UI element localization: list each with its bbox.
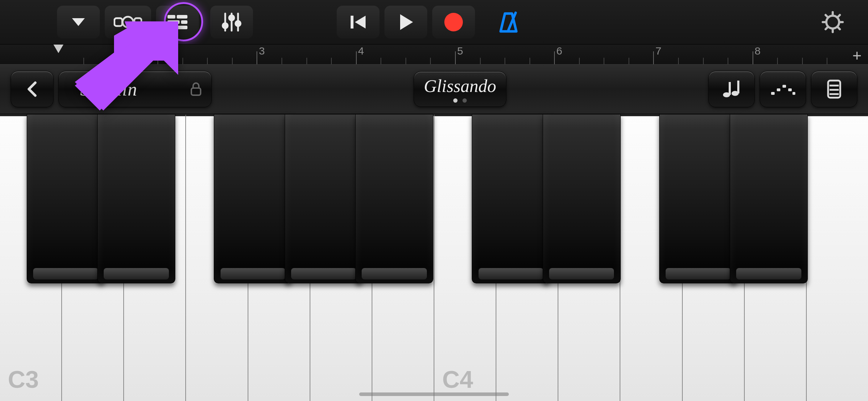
- arpeggiator-icon: [770, 82, 796, 96]
- add-section-button[interactable]: +: [852, 47, 862, 65]
- sustain-button[interactable]: Sustain: [58, 71, 212, 107]
- svg-point-19: [444, 13, 463, 31]
- ruler-beat-tick: [281, 58, 282, 64]
- ruler-beat-tick: [802, 58, 803, 64]
- mode-pager-dots: [453, 98, 467, 103]
- black-key[interactable]: [543, 114, 621, 283]
- ruler-bar-line: [753, 51, 753, 64]
- ruler-bar-number: 7: [655, 45, 661, 57]
- ruler-bar-number: 3: [259, 45, 265, 57]
- metronome-icon: [497, 11, 520, 34]
- svg-point-2: [123, 17, 133, 27]
- metronome-button[interactable]: [491, 6, 526, 38]
- lock-icon: [190, 82, 202, 97]
- ruler-bar-number: 8: [755, 45, 761, 57]
- black-key[interactable]: [355, 114, 433, 283]
- chevron-left-icon: [26, 81, 38, 98]
- svg-rect-37: [782, 85, 786, 88]
- ruler-bar-line: [157, 51, 158, 64]
- svg-rect-9: [174, 26, 187, 29]
- ruler-beat-tick: [232, 58, 233, 64]
- keyboard-mode-button[interactable]: Glissando: [414, 71, 506, 107]
- svg-rect-35: [771, 92, 775, 95]
- svg-rect-5: [177, 15, 187, 19]
- black-key[interactable]: [730, 114, 808, 283]
- gear-icon: [821, 11, 844, 34]
- ruler-beat-tick: [604, 58, 604, 64]
- ruler-beat-tick: [207, 58, 208, 64]
- svg-rect-8: [167, 26, 172, 29]
- ruler-bar-number: 5: [457, 45, 463, 57]
- record-icon: [444, 12, 464, 32]
- svg-rect-1: [114, 18, 122, 26]
- svg-marker-17: [355, 16, 366, 29]
- instrument-menu-button[interactable]: [57, 6, 100, 38]
- top-toolbar: [0, 0, 868, 44]
- piano-keyboard: C3C4: [0, 114, 868, 401]
- ruler-beat-tick: [182, 58, 183, 64]
- black-key[interactable]: [214, 114, 292, 283]
- black-key[interactable]: [97, 114, 175, 283]
- ruler-beat-tick: [381, 58, 381, 64]
- ruler-bar-line: [356, 51, 357, 64]
- tracks-view-button[interactable]: [156, 6, 199, 38]
- ruler-beat-tick: [579, 58, 580, 64]
- black-key[interactable]: [27, 114, 105, 283]
- ruler-beat-tick: [703, 58, 704, 64]
- play-button[interactable]: [384, 6, 427, 38]
- svg-rect-38: [788, 88, 792, 91]
- svg-marker-0: [72, 18, 85, 26]
- playhead-marker[interactable]: [53, 45, 63, 53]
- white-key[interactable]: [807, 114, 868, 401]
- ruler-bar-line: [653, 51, 654, 64]
- octave-label: C3: [8, 365, 39, 393]
- ruler-beat-tick: [827, 58, 827, 64]
- record-button[interactable]: [432, 6, 475, 38]
- instrument-control-strip: Sustain Glissando: [0, 64, 868, 114]
- ruler-bar-line: [554, 51, 555, 64]
- svg-rect-34: [737, 81, 739, 93]
- rewind-icon: [349, 14, 367, 30]
- track-controls-button[interactable]: [210, 6, 253, 38]
- svg-rect-39: [792, 92, 795, 95]
- svg-rect-16: [351, 16, 353, 29]
- arpeggiator-button[interactable]: [760, 71, 806, 107]
- svg-rect-3: [134, 18, 141, 26]
- song-settings-button[interactable]: [817, 6, 849, 38]
- go-to-beginning-button[interactable]: [337, 6, 379, 38]
- ruler-beat-tick: [777, 58, 778, 64]
- svg-rect-4: [167, 15, 175, 19]
- ruler-bar-number: 2: [160, 45, 166, 57]
- octave-label: C4: [442, 365, 473, 393]
- svg-rect-36: [777, 88, 780, 91]
- ruler-beat-tick: [133, 58, 134, 64]
- ruler-bar-line: [455, 51, 456, 64]
- tracks-icon: [166, 14, 189, 31]
- ruler-beat-tick: [480, 58, 481, 64]
- back-button[interactable]: [11, 71, 53, 107]
- svg-rect-7: [181, 20, 187, 24]
- timeline-ruler[interactable]: + 2345678: [0, 44, 868, 64]
- ruler-beat-tick: [629, 58, 629, 64]
- svg-rect-6: [167, 20, 180, 24]
- ruler-bar-number: 4: [358, 45, 364, 57]
- loop-browser-button[interactable]: [105, 6, 151, 38]
- black-key[interactable]: [285, 114, 363, 283]
- svg-point-11: [223, 23, 228, 28]
- ruler-beat-tick: [529, 58, 530, 64]
- svg-line-28: [837, 15, 840, 17]
- keyboard-layout-button[interactable]: [811, 71, 857, 107]
- ruler-beat-tick: [728, 58, 728, 64]
- home-indicator: [359, 392, 509, 396]
- svg-marker-18: [400, 14, 413, 30]
- play-icon: [398, 14, 414, 31]
- chord-strips-button[interactable]: [708, 71, 755, 107]
- ruler-beat-tick: [678, 58, 679, 64]
- black-key[interactable]: [659, 114, 737, 283]
- svg-line-27: [837, 27, 840, 29]
- svg-line-26: [826, 15, 828, 17]
- keyboard-mode-label: Glissando: [424, 76, 496, 96]
- black-key[interactable]: [472, 114, 550, 283]
- keyboard-layout-icon: [826, 79, 842, 99]
- ruler-bar-number: 6: [556, 45, 562, 57]
